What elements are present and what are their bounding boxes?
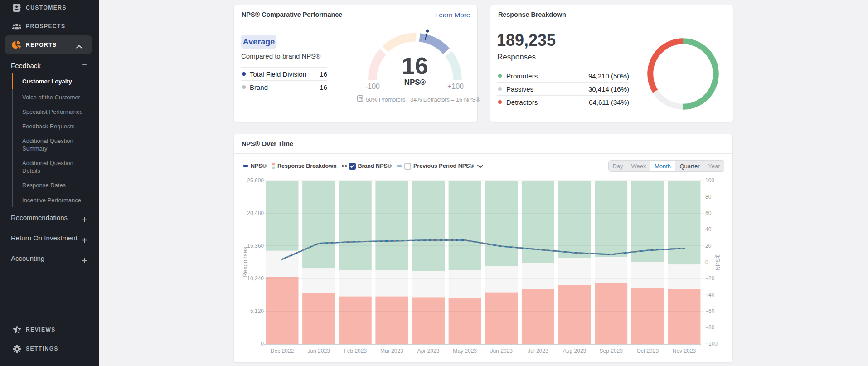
legend-label: Previous Period NPS® — [413, 163, 474, 169]
legend-row-total-field-division: Total Field Division16 — [241, 67, 327, 80]
compare-subtitle: Compared to brand NPS® — [241, 52, 320, 60]
svg-text:20,480: 20,480 — [247, 210, 264, 216]
sidebar-item-label: REPORTS — [26, 42, 57, 48]
svg-text:Apr 2023: Apr 2023 — [417, 348, 440, 354]
legend-item-response-breakdown: Response Breakdown — [272, 163, 337, 169]
period-option-year[interactable]: Year — [704, 161, 724, 171]
sidebar-subitem-feedback-requests[interactable]: Feedback Requests — [22, 123, 90, 131]
sidebar-item-reports[interactable]: REPORTS — [5, 35, 92, 54]
brand-nps-checkbox[interactable] — [349, 163, 356, 170]
sidebar-item-prospects[interactable]: PROSPECTS — [0, 19, 99, 34]
gauge-needle-dot — [426, 29, 429, 32]
bar-detractors-Mar 2023 — [375, 297, 408, 344]
nps-over-time-card: NPS® Over Time NPS® Response Breakdown — [233, 134, 733, 363]
group-label: Accounting — [11, 254, 44, 262]
bar-passives-Jul 2023 — [522, 263, 554, 289]
plus-icon — [82, 257, 87, 265]
bar-passives-May 2023 — [449, 270, 481, 298]
svg-text:−40: −40 — [705, 292, 715, 298]
sidebar-item-reviews[interactable]: REVIEWS — [0, 322, 99, 337]
total-responses-value: 189,235 — [497, 31, 556, 50]
sidebar-subitem-response-rates[interactable]: Response Rates — [22, 182, 90, 190]
breakdown-legend: Promoters94,210 (50%)Passives30,414 (16%… — [497, 69, 629, 108]
svg-text:−20: −20 — [705, 275, 715, 282]
bar-passives-Feb 2023 — [339, 270, 372, 297]
legend-item-previous-period-nps[interactable]: Previous Period NPS® — [397, 162, 483, 170]
period-option-quarter[interactable]: Quarter — [675, 161, 704, 171]
group-label: Return On Investment — [11, 234, 78, 242]
sidebar-group-feedback[interactable]: Feedback — [11, 62, 41, 69]
gauge-segment — [368, 49, 386, 80]
svg-text:80: 80 — [705, 194, 712, 200]
legend-row-detractors: Detractors64,611 (34%) — [497, 95, 629, 108]
legend-label: Response Breakdown — [277, 163, 337, 169]
sidebar-subitem-specialist-performance[interactable]: Specialist Performance — [22, 108, 90, 116]
svg-text:20: 20 — [705, 243, 712, 249]
plus-icon — [82, 216, 87, 224]
svg-text:−100: −100 — [705, 341, 718, 347]
sidebar-subitem-voice-of-the-customer[interactable]: Voice of the Customer — [22, 94, 90, 102]
bar-passives-Apr 2023 — [412, 271, 445, 298]
sidebar-subitem-additional-question-details[interactable]: Additional Question Details — [22, 160, 90, 175]
sidebar-group-return-on-investment[interactable]: Return On Investment — [0, 234, 99, 244]
submenu-rail — [12, 73, 13, 207]
period-option-week[interactable]: Week — [627, 161, 650, 171]
svg-text:Feb 2023: Feb 2023 — [344, 348, 367, 354]
sidebar-subitem-incentive-performance[interactable]: Incentive Performance — [22, 197, 90, 205]
svg-text:Sep 2023: Sep 2023 — [599, 348, 623, 354]
sidebar-item-settings[interactable]: SETTINGS — [0, 341, 99, 356]
bar-promoters-Aug 2023 — [558, 181, 591, 258]
legend-value: 16 — [320, 83, 327, 91]
nps-line-swatch — [243, 165, 248, 167]
sidebar-group-recommendations[interactable]: Recommendations — [0, 214, 99, 224]
legend-item-brand-nps[interactable]: Brand NPS® — [342, 163, 392, 170]
legend-dot — [498, 100, 502, 104]
legend-label: Brand — [250, 83, 268, 91]
calculator-icon — [357, 95, 363, 103]
sidebar: CUSTOMERS PROSPECTS — [0, 0, 99, 366]
svg-text:Nov 2023: Nov 2023 — [673, 348, 696, 354]
nps-formula: 50% Promoters - 34% Detractors = 16 NPS® — [366, 96, 480, 103]
formula-row: 50% Promoters - 34% Detractors = 16 NPS® — [357, 95, 480, 103]
period-option-day[interactable]: Day — [609, 161, 627, 171]
sidebar-group-accounting[interactable]: Accounting — [0, 254, 99, 264]
bar-promoters-Jan 2023 — [302, 181, 335, 268]
collapse-minus-icon[interactable] — [82, 64, 87, 65]
bar-promoters-Jun 2023 — [485, 181, 518, 266]
legend-row-promoters: Promoters94,210 (50%) — [497, 69, 629, 82]
previous-period-checkbox[interactable] — [404, 163, 411, 170]
star-half-icon — [12, 325, 21, 334]
bar-promoters-Apr 2023 — [412, 181, 445, 271]
gauge-min-label: -100 — [365, 83, 380, 90]
card-title: NPS® Over Time — [242, 140, 293, 147]
period-option-month[interactable]: Month — [650, 161, 675, 171]
sidebar-subitem-additional-question-summary[interactable]: Additional Question Summary — [22, 137, 90, 152]
gauge-axis-label: NPS® — [404, 78, 426, 87]
chart-legend: NPS® Response Breakdown Brand NPS® — [243, 162, 483, 170]
average-badge: Average — [241, 35, 276, 49]
bar-passives-Oct 2023 — [631, 262, 664, 288]
main-content: NPS® Comparative Performance Learn More … — [99, 0, 868, 366]
svg-text:Responses: Responses — [242, 247, 248, 278]
bar-detractors-Nov 2023 — [668, 289, 700, 344]
learn-more-link[interactable]: Learn More — [435, 11, 470, 19]
chevron-down-icon[interactable] — [477, 162, 483, 170]
legend-item-nps: NPS® — [243, 163, 267, 169]
svg-text:−80: −80 — [705, 324, 715, 331]
address-book-icon — [12, 3, 21, 12]
bar-detractors-Jan 2023 — [302, 293, 335, 344]
svg-text:Mar 2023: Mar 2023 — [380, 348, 403, 354]
legend-label: Detractors — [506, 98, 538, 106]
legend-row-passives: Passives30,414 (16%) — [497, 82, 629, 95]
sidebar-item-label: CUSTOMERS — [26, 5, 67, 11]
svg-text:0: 0 — [261, 341, 264, 347]
svg-text:Jan 2023: Jan 2023 — [307, 348, 330, 354]
legend-label: Passives — [506, 85, 533, 93]
bar-passives-Jun 2023 — [485, 266, 518, 293]
sidebar-item-customers[interactable]: CUSTOMERS — [0, 0, 99, 15]
legend-label: Promoters — [506, 72, 538, 80]
sidebar-subitem-customer-loyalty[interactable]: Customer Loyalty — [22, 78, 90, 86]
svg-text:10,240: 10,240 — [247, 275, 264, 282]
card-header: NPS® Over Time — [234, 134, 732, 154]
nps-over-time-chart: 05,12010,24015,36020,48025,600−100−80−60… — [234, 172, 733, 363]
